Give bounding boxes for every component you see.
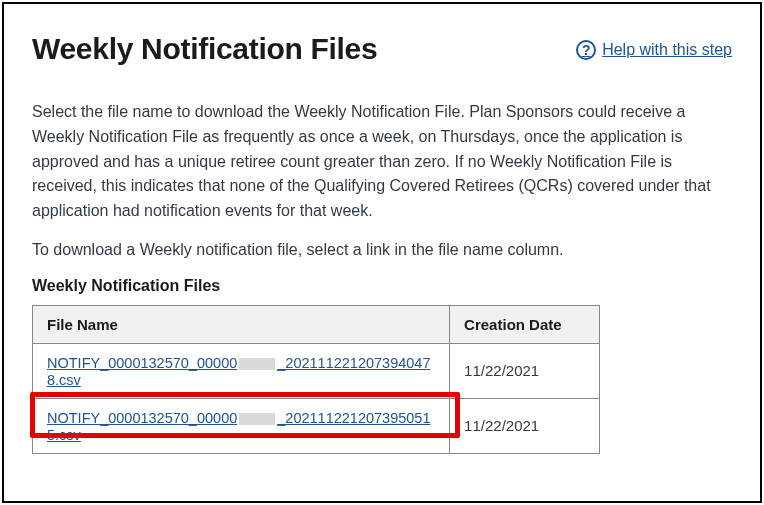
table-row: NOTIFY_0000132570_00000_2021112212073940… <box>33 343 600 398</box>
file-download-link[interactable]: NOTIFY_0000132570_00000_2021112212073950… <box>47 410 431 443</box>
question-circle-icon: ? <box>576 40 596 60</box>
table-header-row: File Name Creation Date <box>33 305 600 343</box>
table-title: Weekly Notification Files <box>32 277 732 295</box>
help-with-step-link[interactable]: ? Help with this step <box>576 40 732 60</box>
date-cell: 11/22/2021 <box>450 343 600 398</box>
file-name-pre: NOTIFY_0000132570_00000 <box>47 355 237 371</box>
file-cell: NOTIFY_0000132570_00000_2021112212073950… <box>33 398 450 453</box>
help-link-label: Help with this step <box>602 41 732 59</box>
intro-paragraph-2: To download a Weekly notification file, … <box>32 238 732 263</box>
redacted-segment <box>239 358 275 370</box>
date-cell: 11/22/2021 <box>450 398 600 453</box>
intro-paragraph-1: Select the file name to download the Wee… <box>32 100 732 224</box>
table-row: NOTIFY_0000132570_00000_2021112212073950… <box>33 398 600 453</box>
intro-text: Select the file name to download the Wee… <box>32 100 732 263</box>
notification-files-table: File Name Creation Date NOTIFY_000013257… <box>32 305 600 454</box>
file-name-pre: NOTIFY_0000132570_00000 <box>47 410 237 426</box>
redacted-segment <box>239 413 275 425</box>
file-download-link[interactable]: NOTIFY_0000132570_00000_2021112212073940… <box>47 355 431 388</box>
col-header-date: Creation Date <box>450 305 600 343</box>
page-title: Weekly Notification Files <box>32 32 377 66</box>
col-header-file: File Name <box>33 305 450 343</box>
file-cell: NOTIFY_0000132570_00000_2021112212073940… <box>33 343 450 398</box>
page-frame: Weekly Notification Files ? Help with th… <box>2 2 762 503</box>
header-row: Weekly Notification Files ? Help with th… <box>32 32 732 66</box>
